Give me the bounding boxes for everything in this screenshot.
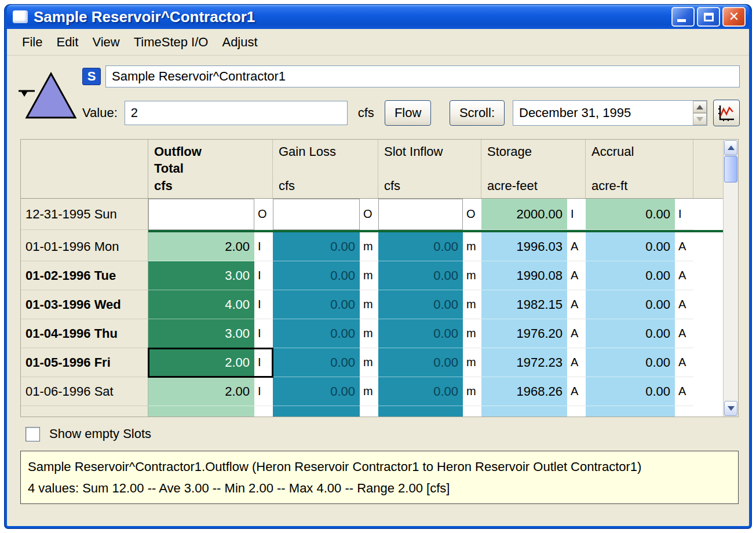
- cell-accrual[interactable]: [586, 406, 693, 417]
- cell-outflow[interactable]: 2.00I: [148, 232, 273, 261]
- scroll-button[interactable]: Scroll:: [450, 100, 505, 126]
- row-label[interactable]: 01-02-1996 Tue: [21, 261, 148, 290]
- row-label[interactable]: 01-06-1996 Sat: [21, 377, 148, 406]
- cell-storage[interactable]: 1990.08A: [481, 261, 586, 290]
- cell-value[interactable]: 0.00: [273, 232, 360, 261]
- cell-outflow[interactable]: [148, 406, 273, 417]
- cell-value[interactable]: 0.00: [378, 348, 463, 377]
- minimize-button[interactable]: [671, 7, 695, 27]
- row-label[interactable]: 01-04-1996 Thu: [21, 319, 148, 348]
- cell-value[interactable]: 3.00: [148, 319, 254, 348]
- cell-slot_inflow[interactable]: 0.00m: [378, 319, 481, 348]
- column-header-slot-inflow[interactable]: Slot Inflow cfs: [378, 140, 481, 198]
- cell-value[interactable]: 0.00: [273, 319, 360, 348]
- row-label[interactable]: [21, 406, 148, 417]
- menu-item-view[interactable]: View: [85, 35, 126, 50]
- scrollbar-track[interactable]: [724, 182, 738, 400]
- menu-item-file[interactable]: File: [15, 35, 49, 50]
- row-label[interactable]: 12-31-1995 Sun: [21, 199, 148, 230]
- cell-accrual[interactable]: 0.00A: [586, 348, 693, 377]
- cell-value[interactable]: 0.00: [378, 290, 463, 319]
- cell-outflow[interactable]: O: [148, 199, 273, 230]
- cell-gain_loss[interactable]: 0.00m: [273, 290, 378, 319]
- cell-value[interactable]: [273, 199, 360, 230]
- maximize-button[interactable]: [697, 7, 720, 27]
- cell-value[interactable]: 0.00: [586, 261, 675, 290]
- cell-value[interactable]: 0.00: [378, 232, 463, 261]
- value-input[interactable]: [125, 101, 348, 125]
- close-button[interactable]: [722, 7, 746, 27]
- spinner-down-button[interactable]: [693, 113, 707, 125]
- cell-storage[interactable]: 2000.00I: [481, 199, 586, 230]
- cell-accrual[interactable]: 0.00A: [586, 319, 693, 348]
- menu-item-adjust[interactable]: Adjust: [215, 35, 264, 50]
- cell-value[interactable]: 1996.03: [481, 232, 567, 261]
- cell-value[interactable]: 0.00: [273, 261, 360, 290]
- scrollbar-thumb[interactable]: [724, 156, 737, 182]
- cell-value[interactable]: 2.00: [148, 348, 254, 377]
- date-input[interactable]: [513, 105, 693, 121]
- cell-value[interactable]: 1976.20: [481, 319, 567, 348]
- menu-item-edit[interactable]: Edit: [49, 35, 85, 50]
- cell-value[interactable]: 1968.26: [481, 377, 567, 406]
- row-label[interactable]: 01-01-1996 Mon: [21, 232, 148, 261]
- cell-value[interactable]: 1972.23: [481, 348, 567, 377]
- cell-value[interactable]: [378, 199, 463, 230]
- cell-gain_loss[interactable]: 0.00m: [273, 377, 378, 406]
- cell-gain_loss[interactable]: [273, 406, 378, 417]
- cell-value[interactable]: 0.00: [586, 232, 675, 261]
- cell-value[interactable]: 0.00: [586, 348, 675, 377]
- cell-slot_inflow[interactable]: O: [378, 199, 481, 230]
- cell-value[interactable]: [148, 199, 254, 230]
- cell-value[interactable]: 0.00: [378, 319, 463, 348]
- cell-accrual[interactable]: 0.00A: [586, 232, 693, 261]
- cell-value[interactable]: 0.00: [586, 319, 675, 348]
- cell-value[interactable]: 1990.08: [481, 261, 567, 290]
- cell-outflow[interactable]: 3.00I: [148, 261, 273, 290]
- cell-slot_inflow[interactable]: 0.00m: [378, 290, 481, 319]
- cell-storage[interactable]: [481, 406, 586, 417]
- cell-value[interactable]: 0.00: [378, 377, 463, 406]
- cell-value[interactable]: 0.00: [273, 348, 360, 377]
- cell-storage[interactable]: 1996.03A: [481, 232, 586, 261]
- slot-name-input[interactable]: [105, 65, 740, 87]
- cell-gain_loss[interactable]: 0.00m: [273, 319, 378, 348]
- column-header-outflow[interactable]: Outflow Total cfs: [148, 140, 273, 198]
- cell-value[interactable]: 0.00: [586, 290, 675, 319]
- cell-storage[interactable]: 1976.20A: [481, 319, 586, 348]
- cell-value[interactable]: 3.00: [148, 261, 254, 290]
- spinner-up-button[interactable]: [693, 101, 707, 113]
- cell-accrual[interactable]: 0.00A: [586, 290, 693, 319]
- cell-outflow[interactable]: 2.00I: [148, 348, 273, 377]
- cell-slot_inflow[interactable]: 0.00m: [378, 377, 481, 406]
- show-empty-slots-label[interactable]: Show empty Slots: [49, 426, 151, 441]
- cell-value[interactable]: 1982.15: [481, 290, 567, 319]
- cell-accrual[interactable]: 0.00A: [586, 261, 693, 290]
- cell-storage[interactable]: 1982.15A: [481, 290, 586, 319]
- cell-outflow[interactable]: 2.00I: [148, 377, 273, 406]
- cell-value[interactable]: 2000.00: [481, 199, 567, 230]
- cell-accrual[interactable]: 0.00A: [586, 377, 693, 406]
- window-icon[interactable]: [13, 10, 28, 23]
- row-label[interactable]: 01-05-1996 Fri: [21, 348, 148, 377]
- cell-gain_loss[interactable]: 0.00m: [273, 261, 378, 290]
- show-empty-slots-checkbox[interactable]: [25, 427, 40, 441]
- cell-slot_inflow[interactable]: [378, 406, 481, 417]
- column-header-accrual[interactable]: Accrual acre-ft: [586, 140, 693, 198]
- flow-button[interactable]: Flow: [385, 100, 431, 126]
- cell-slot_inflow[interactable]: 0.00m: [378, 261, 481, 290]
- column-header-storage[interactable]: Storage acre-feet: [481, 140, 586, 198]
- column-header-gain-loss[interactable]: Gain Loss cfs: [273, 140, 378, 198]
- cell-value[interactable]: 2.00: [148, 232, 254, 261]
- cell-value[interactable]: 0.00: [586, 199, 675, 230]
- cell-value[interactable]: 0.00: [273, 290, 360, 319]
- cell-slot_inflow[interactable]: 0.00m: [378, 348, 481, 377]
- cell-storage[interactable]: 1968.26A: [481, 377, 586, 406]
- cell-outflow[interactable]: 3.00I: [148, 319, 273, 348]
- scrollbar-up-button[interactable]: [724, 140, 737, 155]
- cell-value[interactable]: 0.00: [586, 377, 675, 406]
- cell-outflow[interactable]: 4.00I: [148, 290, 273, 319]
- cell-value[interactable]: 2.00: [148, 377, 254, 406]
- cell-gain_loss[interactable]: O: [273, 199, 378, 230]
- plot-button[interactable]: [713, 100, 740, 126]
